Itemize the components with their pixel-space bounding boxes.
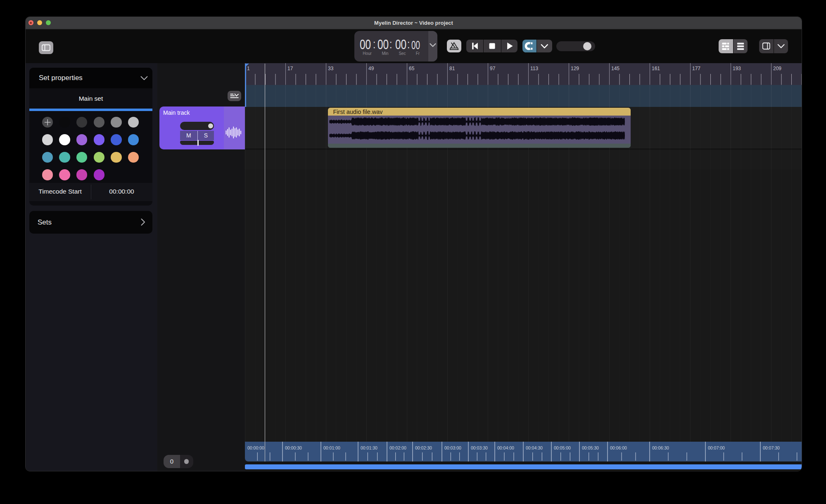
svg-text:161: 161 — [652, 66, 660, 71]
svg-text:00:00:00: 00:00:00 — [247, 445, 264, 450]
svg-text:00:05:30: 00:05:30 — [582, 445, 599, 450]
svg-text:00:07:00: 00:07:00 — [708, 445, 725, 450]
svg-text:00:02:30: 00:02:30 — [415, 445, 432, 450]
svg-text:17: 17 — [287, 66, 293, 71]
svg-text:00:06:30: 00:06:30 — [652, 445, 669, 450]
svg-text:00:03:00: 00:03:00 — [444, 445, 461, 450]
svg-text:00:01:00: 00:01:00 — [323, 445, 340, 450]
svg-text:00:06:00: 00:06:00 — [610, 445, 627, 450]
svg-text:00:04:30: 00:04:30 — [526, 445, 543, 450]
svg-text:177: 177 — [692, 66, 700, 71]
svg-text:33: 33 — [328, 66, 334, 71]
svg-text:00:07:30: 00:07:30 — [763, 445, 780, 450]
svg-text:49: 49 — [368, 66, 374, 71]
svg-text:97: 97 — [490, 66, 496, 71]
svg-text:129: 129 — [571, 66, 579, 71]
svg-text:00:02:00: 00:02:00 — [389, 445, 406, 450]
svg-text:209: 209 — [773, 66, 781, 71]
svg-text:113: 113 — [530, 66, 538, 71]
svg-text:00:05:00: 00:05:00 — [554, 445, 571, 450]
svg-text:00:03:30: 00:03:30 — [471, 445, 488, 450]
svg-text:00:01:30: 00:01:30 — [361, 445, 377, 450]
svg-text:65: 65 — [409, 66, 415, 71]
svg-text:00:00:30: 00:00:30 — [285, 445, 302, 450]
svg-text:81: 81 — [449, 66, 455, 71]
svg-text:00:04:00: 00:04:00 — [497, 445, 514, 450]
svg-text:193: 193 — [733, 66, 741, 71]
svg-text:145: 145 — [611, 66, 620, 71]
